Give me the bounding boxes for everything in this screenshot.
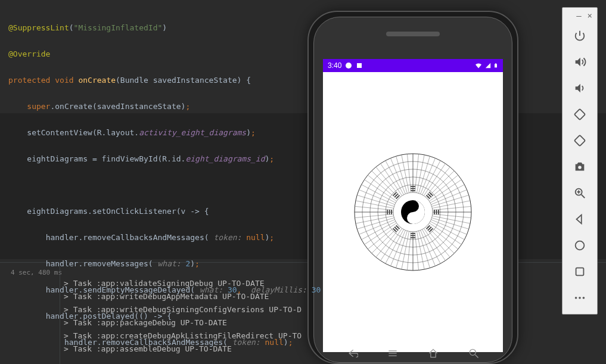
annotation: @Override xyxy=(8,49,50,58)
battery-icon xyxy=(493,62,498,69)
svg-line-121 xyxy=(476,355,478,358)
svg-point-9 xyxy=(575,297,577,299)
android-statusbar: 3:40 xyxy=(323,59,503,72)
debug-icon xyxy=(345,62,352,69)
svg-point-10 xyxy=(579,297,581,299)
device-back-icon[interactable] xyxy=(346,347,358,359)
svg-point-11 xyxy=(583,297,585,299)
app-icon xyxy=(356,62,363,69)
signal-icon xyxy=(485,62,491,69)
annotation: @SuppressLint xyxy=(8,23,69,32)
svg-rect-13 xyxy=(357,63,362,68)
svg-line-4 xyxy=(582,195,585,198)
device-home-icon[interactable] xyxy=(427,347,439,359)
svg-point-2 xyxy=(578,166,582,169)
device-menu-icon[interactable] xyxy=(387,347,399,359)
statusbar-time: 3:40 xyxy=(328,61,341,70)
svg-point-120 xyxy=(470,349,476,355)
close-button[interactable]: × xyxy=(588,11,592,20)
svg-point-12 xyxy=(346,63,352,69)
device-search-icon[interactable] xyxy=(468,347,480,359)
minimize-button[interactable]: — xyxy=(576,11,581,20)
wifi-icon xyxy=(474,62,483,69)
svg-rect-15 xyxy=(495,63,496,64)
svg-rect-14 xyxy=(495,64,497,67)
